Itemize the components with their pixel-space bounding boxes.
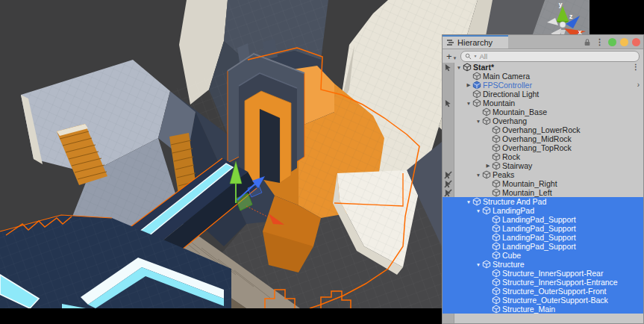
row-label: Cube: [502, 251, 521, 260]
row-label: Mountain_Left: [502, 188, 552, 197]
tree-row-mountain-left[interactable]: Mountain_Left: [443, 188, 643, 197]
row-label: Directional Light: [483, 90, 539, 99]
window-traffic-lights[interactable]: [608, 38, 640, 46]
gameobject-cube-icon: [492, 278, 501, 287]
foldout-open-icon[interactable]: ▼: [465, 199, 472, 205]
gameobject-cube-icon: [492, 188, 501, 197]
gameobject-cube-icon: [492, 296, 501, 305]
scene-asset-icon: [463, 63, 472, 72]
tree-row-structure-innersupport-rear[interactable]: Structure_InnerSupport-Rear: [443, 269, 643, 278]
tree-row-landingpad-support[interactable]: LandingPad_Support: [443, 215, 643, 224]
row-label: LandingPad_Support: [502, 215, 576, 224]
tree-row-overhang-midrock[interactable]: Overhang_MidRock: [443, 134, 643, 143]
search-value: All: [480, 52, 488, 60]
row-label: Mountain: [483, 99, 515, 108]
row-label: Overhang: [493, 116, 527, 125]
axis-label-y: y: [559, 1, 563, 8]
tree-row-landingpad-support[interactable]: LandingPad_Support: [443, 242, 643, 251]
pick-toggle-icon[interactable]: [444, 99, 452, 108]
tree-row-landingpad-support[interactable]: LandingPad_Support: [443, 224, 643, 233]
window-control-dot-0[interactable]: [608, 38, 616, 46]
gameobject-cube-icon: [472, 72, 481, 81]
hierarchy-tree: ▼ Start*⋮ Main Camera▶ FPSController› Di…: [443, 63, 643, 324]
foldout-closed-icon[interactable]: ▶: [465, 82, 472, 88]
row-label: Structure_InnerSupport-Entrance: [502, 278, 618, 287]
foldout-closed-icon[interactable]: ▶: [484, 163, 492, 169]
tree-row-mountain-right[interactable]: Mountain_Right: [443, 179, 643, 188]
tree-row-overhang[interactable]: ▼ Overhang: [443, 116, 643, 125]
row-label: Overhang_MidRock: [502, 134, 572, 143]
search-input[interactable]: ▼ All: [460, 51, 640, 62]
tree-row-landingpad-support[interactable]: LandingPad_Support: [443, 233, 643, 242]
tree-row-structure[interactable]: ▼ Structure: [443, 260, 643, 269]
hierarchy-toolbar: + ▼ ▼ All: [443, 49, 643, 63]
tree-row-peaks[interactable]: ▼ Peaks: [443, 170, 643, 179]
foldout-open-icon[interactable]: ▼: [455, 65, 463, 70]
gameobject-cube-icon: [472, 90, 481, 99]
pick-toggle-icon[interactable]: [444, 180, 452, 188]
lock-icon[interactable]: [584, 38, 591, 46]
tree-row-mountain-base[interactable]: Mountain_Base: [443, 108, 643, 116]
foldout-open-icon[interactable]: ▼: [475, 172, 482, 178]
tree-row-directional-light[interactable]: Directional Light: [443, 90, 643, 99]
hierarchy-list-icon: [447, 39, 454, 46]
row-label: Structure_Main: [502, 305, 555, 314]
tab-hierarchy-label: Hierarchy: [457, 38, 493, 47]
gameobject-cube-icon: [492, 134, 501, 143]
tree-row-structure-main[interactable]: Structure_Main: [443, 305, 643, 314]
gameobject-cube-icon: [492, 143, 501, 152]
row-label: LandingPad: [493, 206, 534, 215]
tree-row-rock[interactable]: Rock: [443, 152, 643, 161]
tree-row-structurre-outersupport-back[interactable]: Structurre_OuterSupport-Back: [443, 296, 643, 305]
tree-row-structure-innersupport-entrance[interactable]: Structure_InnerSupport-Entrance: [443, 278, 643, 287]
gameobject-cube-icon: [492, 287, 501, 296]
tree-row-overhang-toprock[interactable]: Overhang_TopRock: [443, 143, 643, 152]
foldout-open-icon[interactable]: ▼: [475, 262, 482, 267]
tree-row-main-camera[interactable]: Main Camera: [443, 72, 643, 81]
pick-toggle-icon[interactable]: [444, 189, 452, 197]
scene-options-kebab-icon[interactable]: ⋮: [632, 63, 640, 71]
pick-toggle-icon[interactable]: [444, 171, 452, 179]
gameobject-cube-icon: [482, 206, 491, 215]
row-label: Structure: [493, 260, 525, 269]
gameobject-cube-icon: [472, 99, 481, 108]
kebab-menu-icon[interactable]: ⋮: [595, 38, 604, 46]
tree-row-overhang-lowerrock[interactable]: Overhang_LowerRock: [443, 125, 643, 134]
row-label: LandingPad_Support: [502, 224, 576, 233]
gameobject-cube-icon: [492, 224, 501, 233]
tab-hierarchy[interactable]: Hierarchy: [443, 35, 508, 49]
row-label: LandingPad_Support: [502, 242, 576, 251]
foldout-open-icon[interactable]: ▼: [465, 101, 472, 106]
tree-row-mountain[interactable]: ▼ Mountain: [443, 99, 643, 108]
hierarchy-window: Hierarchy ⋮ + ▼ ▼: [442, 34, 644, 324]
window-control-dot-1[interactable]: [620, 38, 628, 46]
row-label: Structure_InnerSupport-Rear: [502, 269, 603, 278]
foldout-open-icon[interactable]: ▼: [475, 119, 482, 124]
gameobject-cube-icon: [492, 305, 501, 314]
tree-row-stairway[interactable]: ▶ Stairway: [443, 161, 643, 170]
gizmo-center[interactable]: [560, 22, 566, 28]
hierarchy-tabbar: Hierarchy ⋮: [443, 35, 643, 49]
gameobject-cube-icon: [482, 108, 491, 116]
tree-row-structure-outersupport-front[interactable]: Structure_OuterSupport-Front: [443, 287, 643, 296]
row-label: Stairway: [502, 161, 532, 170]
unity-editor: y z x Hierarchy ⋮: [0, 0, 644, 324]
prefab-open-chevron-icon[interactable]: ›: [637, 81, 640, 89]
tree-row-cube[interactable]: Cube: [443, 251, 643, 260]
tree-row-landingpad[interactable]: ▼ LandingPad: [443, 206, 643, 215]
pick-toggle-icon[interactable]: [444, 63, 452, 72]
gameobject-cube-icon: [482, 260, 491, 269]
prefab-cube-icon: [472, 81, 481, 90]
tree-row-structure-and-pad[interactable]: ▼ Structure And Pad: [443, 197, 643, 206]
chevron-down-icon: ▼: [453, 56, 457, 60]
tree-row-fpscontroller[interactable]: ▶ FPSController›: [443, 81, 643, 90]
row-label: Rock: [502, 152, 520, 161]
foldout-open-icon[interactable]: ▼: [475, 208, 482, 214]
row-label: Peaks: [493, 170, 514, 179]
gameobject-cube-icon: [492, 251, 501, 260]
create-button[interactable]: + ▼: [446, 52, 457, 61]
tree-row-start-[interactable]: ▼ Start*⋮: [443, 63, 643, 72]
gameobject-cube-icon: [492, 233, 501, 242]
window-control-dot-2[interactable]: [632, 38, 640, 46]
axis-label-z: z: [569, 13, 572, 20]
